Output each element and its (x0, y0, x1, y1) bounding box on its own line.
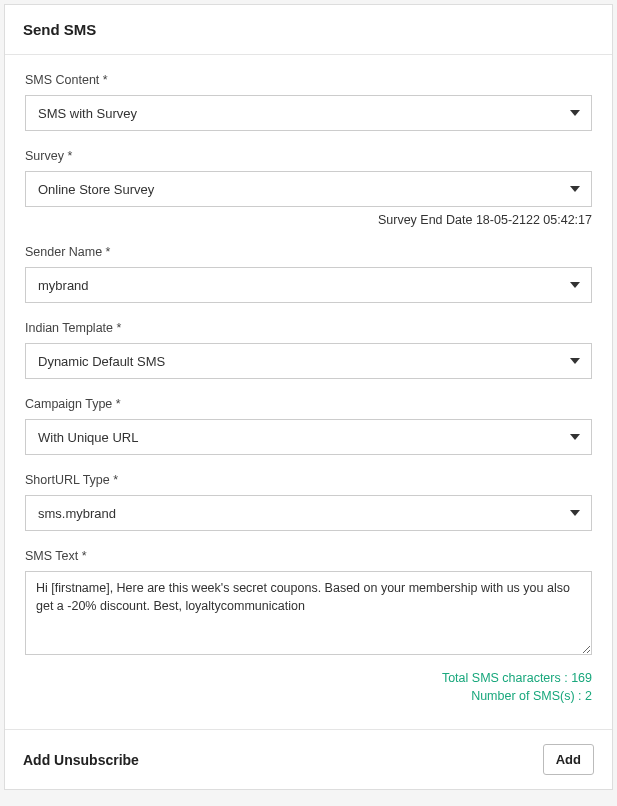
campaign-type-label: Campaign Type * (25, 397, 592, 411)
survey-select[interactable] (25, 171, 592, 207)
sender-name-select[interactable] (25, 267, 592, 303)
sms-stats: Total SMS characters : 169 Number of SMS… (25, 671, 592, 703)
send-sms-panel: Send SMS SMS Content * Survey * Survey E… (4, 4, 613, 790)
sms-content-field: SMS Content * (25, 73, 592, 131)
shorturl-type-select-input[interactable] (25, 495, 592, 531)
panel-body: SMS Content * Survey * Survey End Date 1… (5, 55, 612, 730)
sms-content-label: SMS Content * (25, 73, 592, 87)
shorturl-type-label: ShortURL Type * (25, 473, 592, 487)
survey-label: Survey * (25, 149, 592, 163)
survey-select-input[interactable] (25, 171, 592, 207)
sms-char-count: Total SMS characters : 169 (25, 671, 592, 685)
sms-message-count: Number of SMS(s) : 2 (25, 689, 592, 703)
sender-name-select-input[interactable] (25, 267, 592, 303)
shorturl-type-field: ShortURL Type * (25, 473, 592, 531)
add-button[interactable]: Add (543, 744, 594, 775)
indian-template-label: Indian Template * (25, 321, 592, 335)
indian-template-select-input[interactable] (25, 343, 592, 379)
sms-text-field: SMS Text * Total SMS characters : 169 Nu… (25, 549, 592, 703)
sms-text-label: SMS Text * (25, 549, 592, 563)
sms-content-select-input[interactable] (25, 95, 592, 131)
sender-name-field: Sender Name * (25, 245, 592, 303)
campaign-type-select[interactable] (25, 419, 592, 455)
panel-header: Send SMS (5, 5, 612, 55)
campaign-type-select-input[interactable] (25, 419, 592, 455)
sms-text-input[interactable] (25, 571, 592, 655)
shorturl-type-select[interactable] (25, 495, 592, 531)
add-unsubscribe-title: Add Unsubscribe (23, 752, 139, 768)
sms-content-select[interactable] (25, 95, 592, 131)
sender-name-label: Sender Name * (25, 245, 592, 259)
indian-template-field: Indian Template * (25, 321, 592, 379)
survey-field: Survey * Survey End Date 18-05-2122 05:4… (25, 149, 592, 227)
campaign-type-field: Campaign Type * (25, 397, 592, 455)
survey-end-date: Survey End Date 18-05-2122 05:42:17 (25, 213, 592, 227)
panel-title: Send SMS (23, 21, 594, 38)
add-unsubscribe-row: Add Unsubscribe Add (5, 730, 612, 789)
indian-template-select[interactable] (25, 343, 592, 379)
